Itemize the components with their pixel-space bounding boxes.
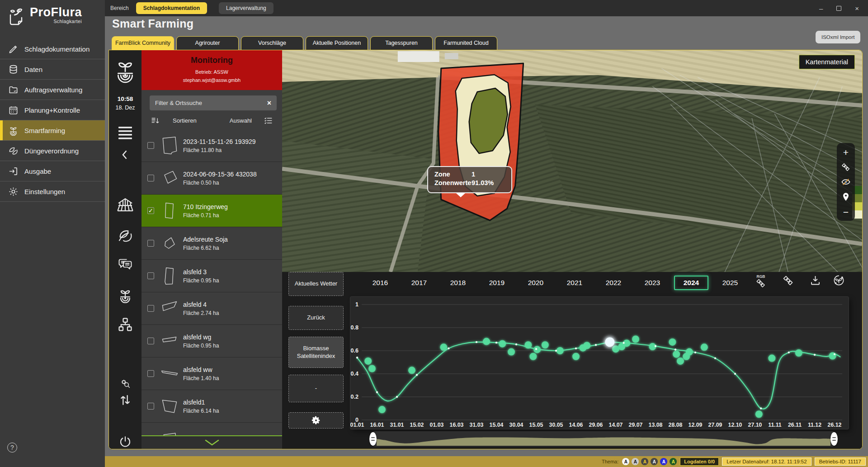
thema-label: Thema: [602,459,618,464]
clear-filter-icon[interactable]: × [267,100,271,107]
theme-badge-3[interactable]: A [641,458,648,465]
year-2016[interactable]: 2016 [361,276,400,289]
navigator-right-handle[interactable] [830,432,838,446]
field-checkbox[interactable] [147,370,154,377]
chart-range-navigator[interactable] [373,431,834,447]
year-2024[interactable]: 2024 [672,276,711,290]
year-2017[interactable]: 2017 [400,276,439,289]
chart-button-zurück[interactable]: Zurück [288,306,344,330]
tab-tagesspuren[interactable]: Tagesspuren [370,36,433,50]
hierarchy-icon[interactable] [118,314,133,335]
location-pin-icon[interactable] [840,191,851,202]
area-tab-lagerverwaltung[interactable]: Lagerverwaltung [219,2,274,14]
field-row-2024-06-09-15-36-432038[interactable]: 2024-06-09-15-36 432038Fläche 0.50 ha [142,162,282,195]
tab-farmblick-community[interactable]: FarmBlick Community [112,36,174,50]
collapse-chevron-icon[interactable] [118,148,133,162]
sidebar-item-einstellungen[interactable]: Einstellungen [0,181,105,202]
field-row-adelsreute-soja[interactable]: Adelsreute SojaFläche 6.62 ha [142,227,282,260]
power-icon[interactable] [118,435,133,448]
field-row-alsfeld-ww[interactable]: alsfeld wwFläche 1.40 ha [142,357,282,390]
year-2022[interactable]: 2022 [594,276,633,289]
checklist-icon[interactable] [264,116,273,125]
plant-circle-icon[interactable] [831,274,846,288]
theme-badge-6[interactable]: A [670,458,677,465]
tab-aktuelle-positionen[interactable]: Aktuelle Positionen [306,36,368,50]
visibility-icon[interactable] [840,176,851,187]
download-icon[interactable] [807,274,823,288]
settings-button[interactable] [288,412,344,429]
sidebar-item-düngeverordnung[interactable]: Düngeverordnung [0,141,105,161]
field-checkbox[interactable] [147,272,154,279]
year-2021[interactable]: 2021 [555,276,594,289]
sidebar-item-smartfarming[interactable]: Smartfarming [0,120,105,141]
field-checkbox[interactable] [147,338,154,344]
sort-icon[interactable] [151,116,160,125]
minimize-button[interactable]: – [819,5,823,12]
area-tab-bereich[interactable]: Bereich [110,5,129,11]
year-2018[interactable]: 2018 [439,276,477,289]
field-row-710-itzingerweg[interactable]: ✓710 ItzingerwegFläche 0.71 ha [142,195,282,227]
field-row-alsfeld-4[interactable]: alsfeld 4Fläche 2.74 ha [142,292,282,325]
field-name: alsfeld 4 [183,301,219,308]
zoom-in-icon[interactable]: + [840,147,851,157]
rgb-satellite-icon[interactable]: RGB [753,274,769,291]
chat-icon[interactable] [118,256,133,272]
theme-badge-5[interactable]: A [660,458,667,465]
biomass-chart[interactable]: 00.20.40.60.8101.0116.0131.0115.0201.031… [350,297,849,429]
sidebar-item-label: Düngeverordnung [24,147,79,155]
sidebar-item-daten[interactable]: Daten [0,59,105,80]
sidebar-item-planung-kontrolle[interactable]: Planung+Kontrolle [0,100,105,120]
sprout-icon[interactable] [118,285,133,306]
sort-label[interactable]: Sortieren [173,117,197,124]
field-row-alsfeld1[interactable]: alsfeld1Fläche 6.14 ha [142,390,282,423]
tab-agrirouter[interactable]: Agrirouter [176,36,239,50]
field-row-alsfeld-wg[interactable]: alsfeld wgFläche 0.95 ha [142,325,282,357]
year-2019[interactable]: 2019 [477,276,516,289]
tab-vorschläge[interactable]: Vorschläge [241,36,303,50]
satellite-icon[interactable] [780,274,796,288]
field-checkbox[interactable]: ✓ [147,207,154,214]
leaf-icon[interactable] [118,226,133,246]
isoxml-import-button[interactable]: ISOxml Import [816,31,860,43]
map-view[interactable]: Kartenmaterial + − Zone1 Z [282,50,862,272]
field-row-alsfeld-3[interactable]: alsfeld 3Fläche 0.95 ha [142,260,282,292]
tab-farmunited-cloud[interactable]: Farmunited Cloud [435,36,497,50]
theme-badge-2[interactable]: A [632,458,639,465]
filter-search-input[interactable] [155,100,267,106]
chart-button-aktuelles-wetter[interactable]: Aktuelles Wetter [288,272,344,296]
sidebar-item-schlagdokumentation[interactable]: Schlagdokumentation [0,39,105,59]
chart-button-biomasse-satellitenindex[interactable]: Biomasse Satellitenindex [288,337,344,368]
tooltip-value: 91.03% [472,179,494,186]
year-2020[interactable]: 2020 [516,276,555,289]
help-button[interactable]: ? [7,443,17,453]
sidebar-item-ausgabe[interactable]: Ausgabe [0,161,105,181]
field-checkbox[interactable] [147,305,154,312]
year-2023[interactable]: 2023 [633,276,672,289]
updown-icon[interactable] [118,393,133,407]
farm-icon[interactable] [116,194,134,215]
tooltip-arrow [456,193,465,197]
field-checkbox[interactable] [147,142,154,149]
filter-search-box[interactable]: × [150,95,277,110]
theme-badge-4[interactable]: A [651,458,658,465]
area-tab-schlagdokumentation[interactable]: Schlagdokumentation [136,2,207,14]
theme-badge-1[interactable]: A [622,458,629,465]
close-button[interactable]: × [855,5,859,12]
field-shape-icon [160,330,179,352]
field-checkbox[interactable] [147,175,154,181]
sidebar-item-auftragsverwaltung[interactable]: Auftragsverwaltung [0,80,105,100]
hamburger-menu-icon[interactable] [118,125,133,140]
select-label[interactable]: Auswahl [230,117,252,124]
list-expander[interactable] [142,435,282,449]
navigator-left-handle[interactable] [369,432,377,446]
kartenmaterial-button[interactable]: Kartenmaterial [799,55,855,69]
chart-button--[interactable]: - [288,375,344,402]
field-row-2023-11-15-11-26-193929[interactable]: 2023-11-15-11-26 193929Fläche 11.80 ha [142,129,282,162]
field-checkbox[interactable] [147,403,154,410]
zoom-out-icon[interactable]: − [840,206,851,217]
gear-search-icon[interactable] [118,378,133,390]
satellite-icon[interactable] [840,162,851,172]
year-2025[interactable]: 2025 [711,276,750,289]
field-checkbox[interactable] [147,240,154,247]
maximize-button[interactable] [836,6,841,11]
